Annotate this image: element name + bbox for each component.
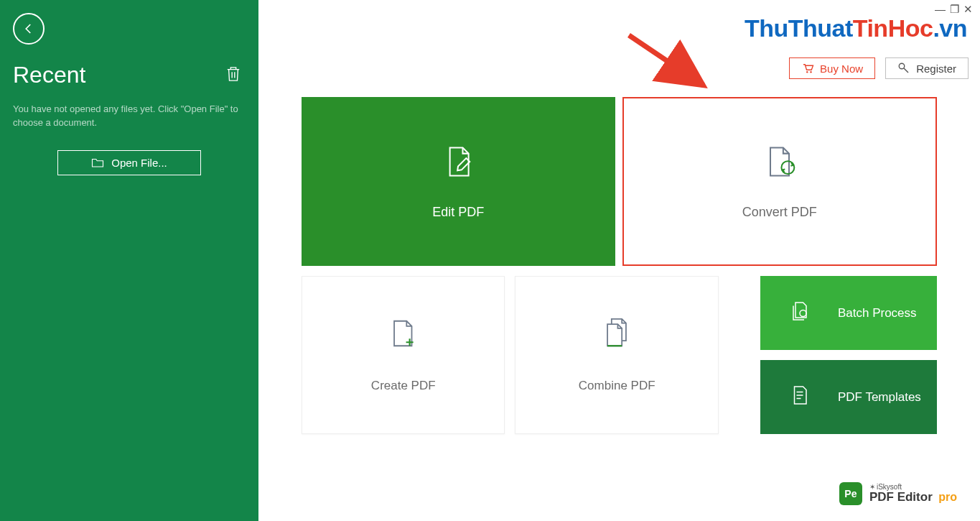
convert-document-icon: [761, 143, 798, 183]
create-pdf-tile[interactable]: Create PDF: [302, 276, 505, 434]
main-area: — ❐ ✕ ThuThuatTinHoc.vn Buy Now Register…: [258, 0, 980, 521]
sidebar-title: Recent: [13, 62, 85, 88]
create-document-icon: [387, 317, 420, 353]
trash-icon[interactable]: [225, 65, 241, 86]
svg-point-4: [800, 310, 806, 317]
buy-now-label: Buy Now: [820, 63, 863, 75]
svg-point-2: [899, 63, 905, 69]
templates-icon: [789, 384, 811, 410]
watermark: ThuThuatTinHoc.vn: [745, 14, 967, 42]
pdf-templates-tile[interactable]: PDF Templates: [760, 360, 937, 434]
open-file-button[interactable]: Open File...: [57, 150, 201, 175]
brand-edition: pro: [938, 491, 957, 503]
register-button[interactable]: Register: [885, 57, 969, 79]
annotation-arrow: [623, 29, 717, 94]
batch-process-tile[interactable]: Batch Process: [760, 276, 937, 350]
combine-document-icon: [600, 317, 633, 353]
sidebar-empty-message: You have not opened any files yet. Click…: [0, 97, 258, 143]
svg-point-0: [806, 71, 808, 73]
chevron-left-icon: [22, 22, 35, 35]
edit-pdf-tile[interactable]: Edit PDF: [302, 97, 615, 266]
edit-pdf-label: Edit PDF: [432, 205, 484, 220]
edit-document-icon: [439, 143, 477, 183]
key-icon: [897, 62, 910, 75]
cart-icon: [801, 62, 814, 75]
folder-icon: [91, 157, 104, 168]
batch-process-label: Batch Process: [838, 306, 917, 321]
create-pdf-label: Create PDF: [371, 379, 436, 393]
product-branding: Pe ✶iSkysoft PDF Editor pro: [839, 482, 957, 505]
back-button[interactable]: [13, 13, 45, 45]
combine-pdf-tile[interactable]: Combine PDF: [515, 276, 718, 434]
svg-point-1: [810, 71, 811, 73]
brand-product: PDF Editor: [869, 490, 933, 504]
register-label: Register: [916, 63, 956, 75]
pdf-templates-label: PDF Templates: [838, 390, 921, 405]
open-file-label: Open File...: [111, 157, 167, 169]
sidebar: Recent You have not opened any files yet…: [0, 0, 258, 521]
batch-icon: [789, 300, 811, 326]
convert-pdf-label: Convert PDF: [742, 205, 817, 220]
convert-pdf-tile[interactable]: Convert PDF: [622, 97, 938, 266]
brand-badge: Pe: [839, 482, 862, 505]
combine-pdf-label: Combine PDF: [579, 379, 655, 393]
buy-now-button[interactable]: Buy Now: [789, 57, 875, 79]
